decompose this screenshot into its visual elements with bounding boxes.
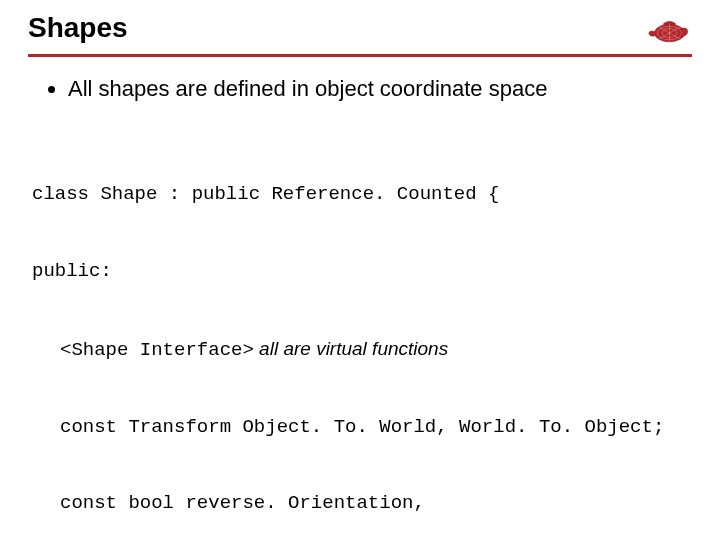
code-block: class Shape : public Reference. Counted … xyxy=(32,131,692,541)
code-comment: all are virtual functions xyxy=(254,338,448,359)
code-line: class Shape : public Reference. Counted … xyxy=(32,182,692,208)
bullet-item: All shapes are defined in object coordin… xyxy=(68,75,692,103)
code-line: public: xyxy=(32,259,692,285)
teapot-icon xyxy=(644,12,692,48)
bullet-list: All shapes are defined in object coordin… xyxy=(28,75,692,103)
code-line: const bool reverse. Orientation, xyxy=(32,491,692,517)
code-fragment: <Shape Interface> xyxy=(60,339,254,361)
slide-title: Shapes xyxy=(28,12,128,50)
code-line: const Transform Object. To. World, World… xyxy=(32,415,692,441)
slide: Shapes All shapes are defined in object … xyxy=(0,0,720,540)
code-line: <Shape Interface> all are virtual functi… xyxy=(32,336,692,364)
slide-header: Shapes xyxy=(28,12,692,50)
title-underline xyxy=(28,54,692,57)
